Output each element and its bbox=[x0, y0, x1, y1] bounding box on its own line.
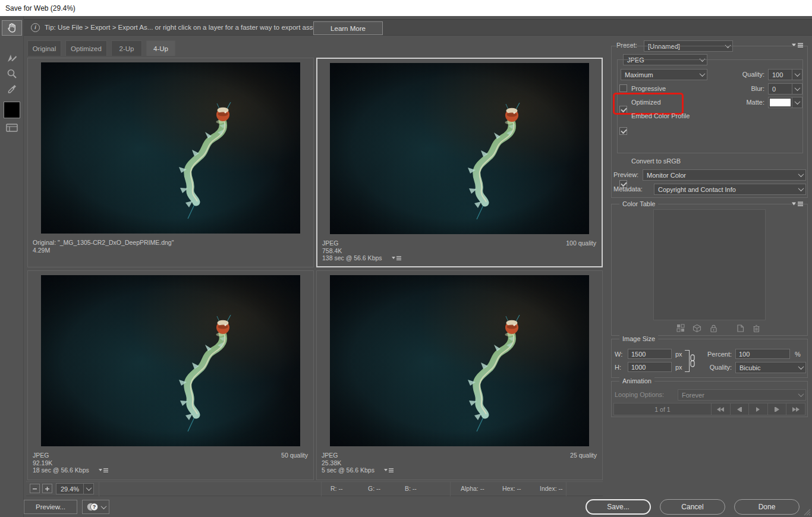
pane-caption: JPEG 50 quality 92.19K 18 sec @ 56.6 Kbp… bbox=[28, 449, 313, 480]
new-color-icon[interactable] bbox=[736, 324, 745, 333]
preview-in-browser-button[interactable]: Preview... bbox=[24, 500, 77, 514]
default-browser-icon: ? bbox=[86, 502, 99, 512]
link-dimensions-icon[interactable] bbox=[690, 354, 695, 367]
preview-mode-select[interactable]: Monitor Color bbox=[643, 169, 806, 181]
status-r-value: R: -- bbox=[331, 485, 342, 492]
metadata-select[interactable]: Copyright and Contact Info bbox=[654, 184, 806, 195]
download-rate-menu-icon[interactable] bbox=[392, 256, 401, 261]
embed-color-profile-checkbox[interactable] bbox=[619, 127, 627, 135]
websafe-cube-icon[interactable] bbox=[693, 324, 701, 333]
first-frame-button bbox=[711, 403, 730, 415]
color-table-swatches[interactable] bbox=[653, 209, 766, 320]
download-rate-menu-icon[interactable] bbox=[384, 468, 394, 473]
caterpillar-photo bbox=[330, 275, 589, 446]
pane-title: Original: "_MG_1305-CR2_DxO_DeepPRIME.dn… bbox=[33, 239, 309, 247]
delete-color-icon[interactable] bbox=[752, 324, 761, 333]
eyedropper-tool[interactable] bbox=[2, 81, 22, 97]
hand-icon bbox=[6, 22, 18, 34]
blur-select[interactable]: 0 bbox=[768, 83, 802, 94]
frame-status: 1 of 1 bbox=[614, 403, 711, 415]
pane-speed: 5 sec @ 56.6 Kbps bbox=[322, 466, 374, 474]
percent-input[interactable] bbox=[735, 349, 790, 359]
height-label: H: bbox=[615, 364, 621, 371]
compression-quality-select[interactable]: Maximum bbox=[621, 69, 707, 80]
resample-quality-select[interactable]: Bicubic bbox=[735, 362, 806, 373]
resize-grip[interactable] bbox=[804, 509, 811, 516]
width-input[interactable] bbox=[628, 349, 672, 359]
preview-image-jpeg-100[interactable] bbox=[330, 63, 589, 234]
lock-color-icon[interactable] bbox=[709, 324, 718, 333]
chevron-down-icon bbox=[697, 70, 707, 80]
percent-label: Percent: bbox=[701, 351, 732, 358]
preview-image-original[interactable] bbox=[41, 62, 300, 234]
quality-label: Quality: bbox=[725, 71, 764, 78]
pane-speed: 18 sec @ 56.6 Kbps bbox=[33, 466, 89, 474]
color-table-menu-icon[interactable] bbox=[792, 201, 804, 207]
resample-quality-label: Quality: bbox=[701, 364, 732, 371]
compression-value: Maximum bbox=[621, 71, 697, 78]
magnifier-icon bbox=[7, 68, 17, 79]
progressive-checkbox[interactable] bbox=[619, 84, 627, 92]
dither-icon[interactable] bbox=[676, 324, 685, 333]
previous-frame-button bbox=[730, 403, 749, 415]
zoom-out-button[interactable] bbox=[30, 484, 40, 493]
preview-image-jpeg-25[interactable] bbox=[330, 275, 589, 446]
cancel-button[interactable]: Cancel bbox=[660, 499, 725, 515]
percent-unit: % bbox=[795, 351, 801, 358]
metadata-value: Copyright and Contact Info bbox=[654, 186, 796, 193]
optimized-label: Optimized bbox=[631, 99, 661, 106]
tab-optimized[interactable]: Optimized bbox=[65, 40, 107, 56]
preview-pane-jpeg-50[interactable]: JPEG 50 quality 92.19K 18 sec @ 56.6 Kbp… bbox=[27, 270, 314, 480]
blur-value: 0 bbox=[769, 86, 792, 93]
done-button[interactable]: Done bbox=[734, 499, 800, 515]
tab-2up[interactable]: 2-Up bbox=[111, 40, 142, 56]
pane-caption: JPEG 25 quality 25.38K 5 sec @ 56.6 Kbps bbox=[317, 449, 602, 480]
eyedropper-color-swatch[interactable] bbox=[2, 101, 22, 119]
pane-size: 92.19K bbox=[33, 459, 309, 467]
pane-caption: JPEG 100 quality 758.4K 138 sec @ 56.6 K… bbox=[317, 237, 602, 266]
preview-mode-value: Monitor Color bbox=[643, 172, 796, 179]
preview-image-jpeg-50[interactable] bbox=[41, 275, 300, 446]
pane-format: JPEG bbox=[322, 452, 597, 459]
caterpillar-photo bbox=[330, 63, 589, 234]
caterpillar-photo bbox=[41, 62, 300, 234]
chevron-down-icon bbox=[796, 184, 805, 194]
preview-label: Preview: bbox=[613, 171, 638, 178]
browser-select-button[interactable]: ? bbox=[82, 500, 109, 514]
tab-original[interactable]: Original bbox=[27, 40, 61, 56]
play-button bbox=[748, 403, 767, 415]
quality-select[interactable]: 100 bbox=[768, 69, 802, 80]
tab-4up[interactable]: 4-Up bbox=[146, 40, 175, 56]
toggle-slices-visibility[interactable] bbox=[2, 120, 22, 135]
preview-pane-jpeg-100[interactable]: JPEG 100 quality 758.4K 138 sec @ 56.6 K… bbox=[316, 58, 603, 267]
save-button[interactable]: Save... bbox=[586, 499, 651, 515]
zoom-tool[interactable] bbox=[2, 66, 22, 81]
hand-tool[interactable] bbox=[2, 20, 22, 36]
convert-srgb-label: Convert to sRGB bbox=[631, 157, 681, 165]
eyedropper-icon bbox=[7, 84, 17, 94]
link-bracket bbox=[685, 350, 690, 372]
download-rate-menu-icon[interactable] bbox=[99, 468, 108, 473]
optimized-checkbox[interactable] bbox=[619, 106, 627, 114]
height-input[interactable] bbox=[628, 362, 672, 372]
preview-tabs: Original Optimized 2-Up 4-Up bbox=[27, 40, 180, 56]
pane-speed: 138 sec @ 56.6 Kbps bbox=[322, 254, 382, 262]
pane-caption: Original: "_MG_1305-CR2_DxO_DeepPRIME.dn… bbox=[28, 236, 313, 267]
chevron-down-icon bbox=[792, 84, 802, 94]
last-frame-button bbox=[786, 403, 805, 415]
pane-size: 25.38K bbox=[322, 459, 597, 467]
chevron-down-icon bbox=[792, 70, 802, 80]
preview-pane-jpeg-25[interactable]: JPEG 25 quality 25.38K 5 sec @ 56.6 Kbps bbox=[316, 270, 603, 480]
zoom-in-button[interactable] bbox=[42, 484, 52, 493]
learn-more-button[interactable]: Learn More bbox=[313, 21, 383, 35]
matte-select[interactable] bbox=[768, 97, 802, 108]
status-b-value: B: -- bbox=[405, 485, 417, 492]
pane-quality: 50 quality bbox=[281, 452, 308, 459]
slice-select-tool[interactable] bbox=[2, 51, 22, 66]
tip-text: Tip: Use File > Export > Export As... or… bbox=[45, 24, 322, 31]
window-title: Save for Web (29.4%) bbox=[5, 4, 75, 12]
slices-visibility-icon bbox=[5, 123, 18, 133]
preview-pane-original[interactable]: Original: "_MG_1305-CR2_DxO_DeepPRIME.dn… bbox=[27, 58, 314, 267]
zoom-level-select[interactable]: 29.4% bbox=[56, 483, 94, 494]
matte-label: Matte: bbox=[725, 99, 764, 106]
